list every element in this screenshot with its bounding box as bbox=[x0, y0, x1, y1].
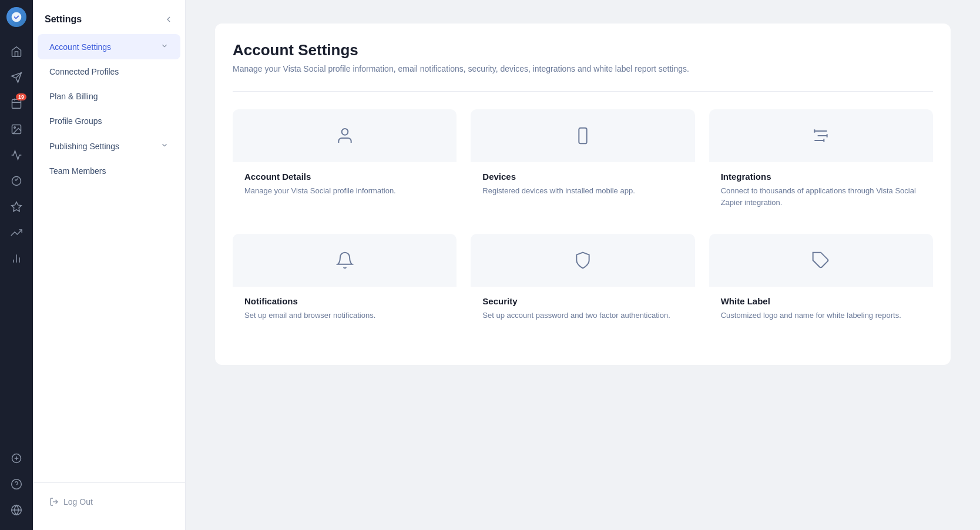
sidebar-header: Settings bbox=[33, 9, 185, 34]
svg-point-8 bbox=[14, 127, 15, 129]
content-wrapper: Account Settings Manage your Vista Socia… bbox=[215, 24, 951, 365]
nav-star[interactable] bbox=[5, 196, 28, 218]
card-account-details[interactable]: Account Details Manage your Vista Social… bbox=[233, 109, 457, 220]
svg-rect-3 bbox=[12, 99, 21, 108]
nav-analytics[interactable] bbox=[5, 144, 28, 166]
sidebar-item-team-members[interactable]: Team Members bbox=[38, 159, 180, 183]
settings-cards-grid: Account Details Manage your Vista Social… bbox=[233, 109, 933, 333]
svg-point-17 bbox=[12, 479, 22, 489]
sidebar-item-connected-profiles[interactable]: Connected Profiles bbox=[38, 59, 180, 84]
svg-point-22 bbox=[341, 129, 348, 135]
card-title-devices: Devices bbox=[482, 172, 683, 182]
tag-icon-area bbox=[709, 234, 933, 287]
card-body-notifications: Notifications Set up email and browser n… bbox=[233, 287, 457, 333]
card-desc-white-label: Customized logo and name for white label… bbox=[721, 310, 921, 321]
nav-calendar[interactable]: 19 bbox=[5, 92, 28, 115]
calendar-badge: 19 bbox=[16, 93, 26, 100]
icon-nav: 19 bbox=[0, 0, 33, 530]
sidebar-footer: Log Out bbox=[33, 482, 185, 521]
content-divider bbox=[233, 91, 933, 92]
card-title-account-details: Account Details bbox=[244, 172, 445, 182]
svg-point-9 bbox=[12, 177, 21, 186]
sliders-icon-area bbox=[709, 109, 933, 162]
card-title-integrations: Integrations bbox=[721, 172, 921, 182]
nav-add[interactable] bbox=[5, 447, 28, 469]
card-title-notifications: Notifications bbox=[244, 296, 445, 306]
logout-button[interactable]: Log Out bbox=[45, 492, 173, 511]
main-content: Account Settings Manage your Vista Socia… bbox=[186, 0, 980, 530]
page-title: Account Settings bbox=[233, 41, 933, 59]
user-icon-area bbox=[233, 109, 457, 162]
nav-trending[interactable] bbox=[5, 222, 28, 244]
sidebar-collapse-button[interactable] bbox=[164, 15, 173, 24]
card-body-integrations: Integrations Connect to thousands of app… bbox=[709, 162, 933, 220]
nav-home[interactable] bbox=[5, 41, 28, 63]
nav-globe[interactable] bbox=[5, 499, 28, 521]
page-subtitle: Manage your Vista Social profile informa… bbox=[233, 64, 933, 73]
logout-label: Log Out bbox=[63, 497, 93, 506]
card-desc-account-details: Manage your Vista Social profile informa… bbox=[244, 185, 445, 197]
mobile-icon-area bbox=[471, 109, 694, 162]
svg-rect-23 bbox=[579, 128, 586, 144]
sidebar-title: Settings bbox=[45, 14, 82, 25]
nav-help[interactable] bbox=[5, 473, 28, 495]
svg-point-0 bbox=[12, 12, 22, 22]
nav-waveform[interactable] bbox=[5, 170, 28, 192]
nav-send[interactable] bbox=[5, 66, 28, 89]
card-title-security: Security bbox=[482, 296, 683, 306]
sidebar-nav: Account Settings Connected Profiles Plan… bbox=[33, 34, 185, 183]
chevron-down-icon bbox=[160, 42, 169, 52]
card-desc-security: Set up account password and two factor a… bbox=[482, 310, 683, 321]
card-desc-integrations: Connect to thousands of applications thr… bbox=[721, 185, 921, 208]
logout-icon bbox=[49, 497, 59, 506]
card-title-white-label: White Label bbox=[721, 296, 921, 306]
card-integrations[interactable]: Integrations Connect to thousands of app… bbox=[709, 109, 933, 220]
sidebar-item-publishing-settings[interactable]: Publishing Settings bbox=[38, 133, 180, 159]
bell-icon-area bbox=[233, 234, 457, 287]
card-white-label[interactable]: White Label Customized logo and name for… bbox=[709, 234, 933, 333]
shield-icon-area bbox=[471, 234, 694, 287]
card-devices[interactable]: Devices Registered devices with installe… bbox=[471, 109, 694, 220]
sidebar-item-account-settings[interactable]: Account Settings bbox=[38, 34, 180, 59]
card-body-account-details: Account Details Manage your Vista Social… bbox=[233, 162, 457, 209]
nav-image[interactable] bbox=[5, 118, 28, 140]
card-security[interactable]: Security Set up account password and two… bbox=[471, 234, 694, 333]
card-body-devices: Devices Registered devices with installe… bbox=[471, 162, 694, 209]
sidebar: Settings Account Settings Connected Prof… bbox=[33, 0, 186, 530]
card-desc-notifications: Set up email and browser notifications. bbox=[244, 310, 445, 321]
chevron-down-icon-publishing bbox=[160, 141, 169, 151]
sidebar-item-profile-groups[interactable]: Profile Groups bbox=[38, 109, 180, 133]
card-notifications[interactable]: Notifications Set up email and browser n… bbox=[233, 234, 457, 333]
sidebar-item-plan-billing[interactable]: Plan & Billing bbox=[38, 84, 180, 109]
card-body-white-label: White Label Customized logo and name for… bbox=[709, 287, 933, 333]
card-desc-devices: Registered devices with installed mobile… bbox=[482, 185, 683, 197]
app-logo[interactable] bbox=[6, 7, 26, 27]
nav-bar-chart[interactable] bbox=[5, 247, 28, 270]
svg-marker-10 bbox=[12, 202, 22, 212]
card-body-security: Security Set up account password and two… bbox=[471, 287, 694, 333]
